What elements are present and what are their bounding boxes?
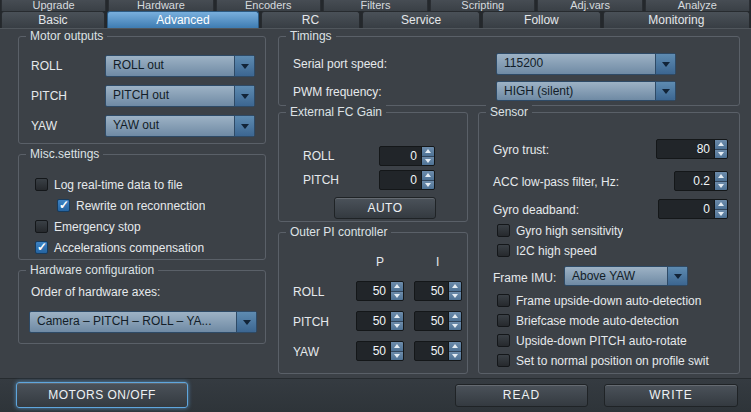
tab-hardware[interactable]: Hardware <box>108 0 213 11</box>
pi-pitch-i-spinner[interactable]: 50 <box>414 311 462 331</box>
spinner-down-icon[interactable] <box>715 210 727 219</box>
spinner-up-icon[interactable] <box>449 282 461 292</box>
gyro-trust-spinner[interactable]: 80 <box>656 139 728 159</box>
tab-adjvars[interactable]: Adj.vars <box>537 0 642 11</box>
spinner-up-icon[interactable] <box>391 282 403 292</box>
tab-filters[interactable]: Filters <box>323 0 428 11</box>
upside-down-pitch-checkbox[interactable] <box>497 334 510 347</box>
chevron-down-icon[interactable] <box>234 86 254 106</box>
rewrite-on-reconnection-checkbox[interactable] <box>57 199 70 212</box>
tab-rc[interactable]: RC <box>261 11 360 28</box>
frame-upside-down-checkbox[interactable] <box>497 294 510 307</box>
chevron-down-icon[interactable] <box>655 82 675 100</box>
spinner-up-icon[interactable] <box>391 342 403 352</box>
spinner-down-icon[interactable] <box>715 182 727 191</box>
tab-service[interactable]: Service <box>362 11 480 28</box>
sensor-title: Sensor <box>486 105 532 119</box>
i2c-high-speed-checkbox[interactable] <box>497 244 510 257</box>
pwm-frequency-select[interactable]: HIGH (silent) <box>496 81 676 101</box>
chevron-down-icon[interactable] <box>667 267 687 285</box>
yaw-output-select[interactable]: YAW out <box>105 115 255 137</box>
chevron-down-icon[interactable] <box>234 116 254 136</box>
roll-output-label: ROLL <box>31 59 62 73</box>
tab-follow[interactable]: Follow <box>482 11 600 28</box>
spinner-down-icon[interactable] <box>715 150 727 159</box>
spinner-up-icon[interactable] <box>422 171 434 181</box>
emergency-stop-checkbox[interactable] <box>35 220 48 233</box>
misc-settings-group: Misc.settings Log real-time data to file… <box>18 154 266 260</box>
spinner-down-icon[interactable] <box>391 292 403 301</box>
gyro-deadband-label: Gyro deadband: <box>493 203 579 217</box>
hardware-axes-order-value: Camera – PITCH – ROLL – YA... <box>30 312 236 332</box>
tab-basic[interactable]: Basic <box>1 11 105 28</box>
spinner-buttons <box>448 282 461 300</box>
pi-roll-label: ROLL <box>293 285 324 299</box>
write-button[interactable]: WRITE <box>604 384 738 407</box>
gyro-high-sensitivity-checkbox[interactable] <box>497 224 510 237</box>
auto-button[interactable]: AUTO <box>334 197 436 219</box>
tab-monitoring[interactable]: Monitoring <box>603 11 750 28</box>
frame-upside-down-label: Frame upside-down auto-detection <box>516 294 701 308</box>
tab-analyze[interactable]: Analyze <box>645 0 750 11</box>
ext-fc-pitch-spinner[interactable]: 0 <box>379 170 435 190</box>
set-normal-position-checkbox[interactable] <box>497 354 510 367</box>
spinner-up-icon[interactable] <box>391 312 403 322</box>
spinner-down-icon[interactable] <box>422 181 434 190</box>
gyro-high-sensitivity-label: Gyro high sensitivity <box>516 224 623 238</box>
pi-yaw-p-spinner[interactable]: 50 <box>356 341 404 361</box>
spinner-up-icon[interactable] <box>449 312 461 322</box>
pi-roll-i-spinner[interactable]: 50 <box>414 281 462 301</box>
upside-down-pitch-label: Upside-down PITCH auto-rotate <box>516 334 687 348</box>
spinner-down-icon[interactable] <box>422 157 434 166</box>
spinner-up-icon[interactable] <box>422 147 434 157</box>
briefcase-mode-checkbox[interactable] <box>497 314 510 327</box>
chevron-down-icon[interactable] <box>655 54 675 74</box>
pi-roll-p-spinner[interactable]: 50 <box>356 281 404 301</box>
yaw-output-value: YAW out <box>106 116 234 136</box>
i2c-high-speed-row: I2C high speed <box>497 243 597 258</box>
spinner-down-icon[interactable] <box>391 352 403 361</box>
spinner-down-icon[interactable] <box>449 322 461 331</box>
tab-encoders[interactable]: Encoders <box>216 0 321 11</box>
hardware-configuration-title: Hardware configuration <box>26 263 158 277</box>
tab-scripting[interactable]: Scripting <box>430 0 535 11</box>
spinner-up-icon[interactable] <box>715 172 727 182</box>
tab-row-secondary: Upgrade Hardware Encoders Filters Script… <box>0 0 751 11</box>
spinner-up-icon[interactable] <box>449 342 461 352</box>
upside-down-pitch-row: Upside-down PITCH auto-rotate <box>497 333 735 348</box>
pi-pitch-i-value: 50 <box>415 312 448 330</box>
acc-lpf-spinner[interactable]: 0.2 <box>674 171 728 191</box>
roll-output-select[interactable]: ROLL out <box>105 55 255 77</box>
pi-yaw-i-spinner[interactable]: 50 <box>414 341 462 361</box>
spinner-buttons <box>421 171 434 189</box>
gyro-trust-label: Gyro trust: <box>493 143 549 157</box>
gyro-deadband-spinner[interactable]: 0 <box>658 199 728 219</box>
roll-output-value: ROLL out <box>106 56 234 76</box>
briefcase-mode-label: Briefcase mode auto-detection <box>516 314 679 328</box>
gyro-trust-value: 80 <box>657 140 714 158</box>
emergency-stop-row: Emergency stop <box>35 219 141 234</box>
serial-port-speed-select[interactable]: 115200 <box>496 53 676 75</box>
chevron-down-icon[interactable] <box>234 56 254 76</box>
spinner-up-icon[interactable] <box>715 140 727 150</box>
accelerations-compensation-checkbox[interactable] <box>35 241 48 254</box>
pitch-output-select[interactable]: PITCH out <box>105 85 255 107</box>
misc-settings-title: Misc.settings <box>26 147 103 161</box>
hardware-axes-order-select[interactable]: Camera – PITCH – ROLL – YA... <box>29 311 257 333</box>
log-realtime-data-checkbox[interactable] <box>35 178 48 191</box>
spinner-down-icon[interactable] <box>449 352 461 361</box>
spinner-up-icon[interactable] <box>715 200 727 210</box>
spinner-down-icon[interactable] <box>449 292 461 301</box>
motors-on-off-button[interactable]: MOTORS ON/OFF <box>16 382 188 408</box>
frame-imu-label: Frame IMU: <box>493 271 556 285</box>
frame-imu-select[interactable]: Above YAW <box>564 266 688 286</box>
read-button[interactable]: READ <box>455 384 588 407</box>
set-normal-position-row: Set to normal position on profile swit <box>497 353 735 368</box>
tab-advanced[interactable]: Advanced <box>107 11 259 28</box>
ext-fc-roll-spinner[interactable]: 0 <box>379 146 435 166</box>
tab-upgrade[interactable]: Upgrade <box>1 0 106 11</box>
pi-pitch-p-spinner[interactable]: 50 <box>356 311 404 331</box>
spinner-down-icon[interactable] <box>391 322 403 331</box>
rewrite-on-reconnection-label: Rewrite on reconnection <box>76 199 205 213</box>
chevron-down-icon[interactable] <box>236 312 256 332</box>
